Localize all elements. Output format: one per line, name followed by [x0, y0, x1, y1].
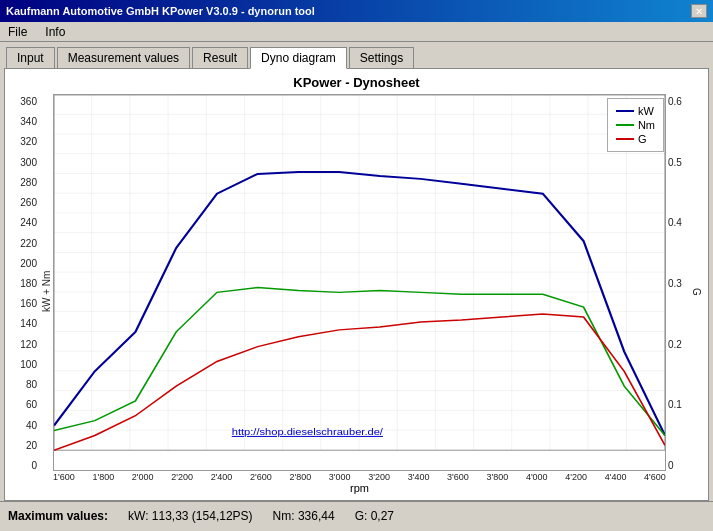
legend-g-label: G	[638, 133, 647, 145]
title-bar: Kaufmann Automotive GmbH KPower V3.0.9 -…	[0, 0, 713, 22]
legend-nm-label: Nm	[638, 119, 655, 131]
legend-kw-label: kW	[638, 105, 654, 117]
y-axis-right: 0.6 0.5 0.4 0.3 0.2 0.1 0	[666, 94, 690, 489]
status-g: G: 0,27	[355, 509, 394, 523]
svg-text:http://shop.dieselschrauber.de: http://shop.dieselschrauber.de/	[232, 426, 383, 437]
legend-nm-line	[616, 124, 634, 126]
max-values-label: Maximum values:	[8, 509, 108, 523]
svg-rect-3	[54, 95, 665, 450]
legend-kw: kW	[616, 105, 655, 117]
chart-svg-container: http://shop.dieselschrauber.de/ 1'600 1'…	[53, 94, 666, 489]
tab-settings[interactable]: Settings	[349, 47, 414, 69]
menu-info[interactable]: Info	[41, 24, 69, 40]
y-axis-left: 360 340 320 300 280 260 240 220 200 180 …	[11, 94, 39, 489]
chart-title: KPower - Dynosheet	[11, 75, 702, 90]
close-button[interactable]: ✕	[691, 4, 707, 18]
tab-input[interactable]: Input	[6, 47, 55, 69]
legend-g-line	[616, 138, 634, 140]
tab-measurement[interactable]: Measurement values	[57, 47, 190, 69]
menu-bar: File Info	[0, 22, 713, 42]
y-axis-right-label: G	[690, 94, 702, 489]
tab-result[interactable]: Result	[192, 47, 248, 69]
legend-nm: Nm	[616, 119, 655, 131]
legend-g: G	[616, 133, 655, 145]
menu-file[interactable]: File	[4, 24, 31, 40]
status-kw: kW: 113,33 (154,12PS)	[128, 509, 253, 523]
chart-svg: http://shop.dieselschrauber.de/	[53, 94, 666, 471]
legend-kw-line	[616, 110, 634, 112]
status-bar: Maximum values: kW: 113,33 (154,12PS) Nm…	[0, 501, 713, 529]
legend: kW Nm G	[607, 98, 664, 152]
y-axis-left-label: kW + Nm	[39, 94, 53, 489]
status-nm: Nm: 336,44	[273, 509, 335, 523]
chart-area: KPower - Dynosheet 360 340 320 300 280 2…	[11, 75, 702, 494]
tabs-bar: Input Measurement values Result Dyno dia…	[0, 42, 713, 68]
app-title: Kaufmann Automotive GmbH KPower V3.0.9 -…	[6, 5, 315, 17]
tab-dyno[interactable]: Dyno diagram	[250, 47, 347, 69]
x-axis-labels: 1'600 1'800 2'000 2'200 2'400 2'600 2'80…	[53, 471, 666, 482]
x-axis-label: rpm	[53, 482, 666, 494]
main-content: KPower - Dynosheet 360 340 320 300 280 2…	[4, 68, 709, 501]
